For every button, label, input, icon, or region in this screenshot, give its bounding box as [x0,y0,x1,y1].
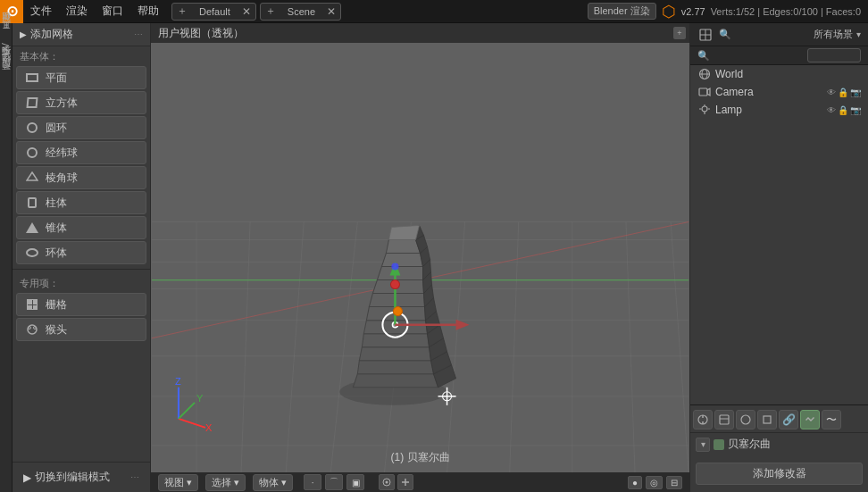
svg-marker-35 [381,253,422,266]
modifier-dropdown[interactable]: ▾ [696,438,710,452]
select-edge-btn[interactable]: ⌒ [325,474,343,490]
svg-text:Y: Y [196,393,204,404]
prop-data-icon[interactable]: 〜 [822,410,841,429]
menu-window[interactable]: 窗口 [95,0,130,22]
btn-monkey[interactable]: 猴头 [16,318,146,341]
edit-mode-arrow: ▶ [23,471,31,484]
lamp-lock[interactable]: 🔒 [838,105,848,115]
pivot-btn[interactable] [379,474,395,490]
outliner-lamp[interactable]: Lamp 👁 🔒 📷 [690,101,868,119]
svg-marker-50 [388,225,419,239]
svg-marker-29 [362,334,429,347]
menu-render[interactable]: 渲染 [59,0,95,22]
prop-world-icon[interactable] [736,410,755,429]
renderer-label[interactable]: Blender 渲染 [588,3,656,20]
svg-marker-36 [386,239,420,253]
object-color [714,439,724,450]
svg-marker-32 [369,294,424,307]
select-vertex-btn[interactable]: · [304,474,321,490]
tab-group-default: ＋ Default ✕ [171,3,256,21]
menu-file[interactable]: 文件 [23,0,59,22]
right-panel-top: 🔍 所有场景 ▾ [690,23,868,46]
btn-icosphere[interactable]: 棱角球 [16,166,146,189]
tab-default[interactable]: Default [192,4,238,19]
btn-grid[interactable]: 栅格 [16,293,146,316]
torus-icon [24,245,40,261]
vtab-anim[interactable]: 动画 [0,73,14,80]
btn-cylinder[interactable]: 柱体 [16,191,146,214]
version-info: v2.77 [681,6,705,17]
panel-view-icon[interactable] [697,27,714,43]
tab-group-scene: ＋ Scene ✕ [260,3,341,21]
btn-circle[interactable]: 圆环 [16,116,146,139]
camera-lock[interactable]: 🔒 [838,88,848,97]
prop-scene-icon[interactable] [714,410,734,429]
viewport[interactable]: 用户视图（透视） + [151,23,689,492]
tab-close-scene[interactable]: ✕ [322,4,340,20]
viewport-wire[interactable]: ⊟ [666,476,682,489]
prop-render-icon[interactable] [693,410,713,429]
viewport-shading[interactable]: ● [628,476,642,489]
manipulator-btn[interactable] [397,474,413,490]
add-modifier-btn[interactable]: 添加修改器 [696,463,863,485]
viewport-corner[interactable]: + [673,27,686,39]
btn-uvsphere[interactable]: 经纬球 [16,141,146,164]
prop-object-icon[interactable] [757,410,777,429]
svg-point-91 [741,415,750,424]
sidebar-header: ▶ 添加网格 ⋯ [13,23,150,46]
sidebar-title: 添加网格 [30,27,73,42]
vtab-create[interactable]: 创建 [0,25,14,32]
svg-point-3 [34,327,37,329]
object-menu[interactable]: 物体 ▾ [253,474,293,491]
prop-constraints-icon[interactable]: 🔗 [779,410,798,429]
panel-search-icon[interactable]: 🔍 [717,27,733,43]
svg-point-81 [702,106,707,112]
menu-help[interactable]: 帮助 [130,0,166,22]
outliner-world[interactable]: World [690,65,868,83]
svg-point-57 [391,263,398,271]
vtab-uv[interactable]: UV [0,39,13,59]
tab-close-default[interactable]: ✕ [238,4,255,20]
scene-dropdown[interactable]: ▾ [856,29,861,39]
tab-add-scene[interactable]: ＋ [261,2,280,21]
cone-icon [24,220,40,236]
viewport-canvas[interactable]: Z X Y (1) 贝塞尔曲 [151,43,689,472]
svg-marker-28 [359,347,430,361]
viewport-header: 用户视图（透视） [151,23,689,43]
modifier-header: ▾ 贝塞尔曲 [690,433,868,455]
btn-plane[interactable]: 平面 [16,66,146,89]
blender-logo: ⬡ [662,2,676,21]
select-menu[interactable]: 选择 ▾ [205,474,246,491]
prop-modifier-icon[interactable] [800,410,820,429]
select-face-btn[interactable]: ▣ [346,474,364,490]
vtab-misc[interactable]: 杂项 [0,59,14,66]
scene-outliner: World Camera 👁 🔒 📷 Lamp 👁 [690,65,868,403]
cylinder-icon [24,195,40,211]
outliner-camera[interactable]: Camera 👁 🔒 📷 [690,83,868,101]
world-icon [697,67,712,81]
viewport-overlay[interactable]: ◎ [646,476,663,489]
btn-cube[interactable]: 立方体 [16,91,146,114]
lamp-render[interactable]: 📷 [850,105,861,115]
vtab-tool[interactable]: 工具 [0,32,14,39]
svg-rect-79 [699,88,707,96]
view-menu[interactable]: 视图 ▾ [158,474,198,491]
btn-torus[interactable]: 环体 [16,241,146,264]
icosphere-icon [24,170,40,186]
edit-mode-btn[interactable]: ▶ 切换到编辑模式 ⋯ [16,466,146,488]
tab-add-default[interactable]: ＋ [172,2,192,21]
svg-rect-92 [764,416,771,423]
outliner-search[interactable] [807,48,861,63]
vtab-phys[interactable]: 物理 [0,66,14,73]
btn-cone[interactable]: 锥体 [16,216,146,239]
tab-scene[interactable]: Scene [280,4,322,19]
properties-icons: 🔗 〜 [693,410,841,429]
sidebar-arrow: ▶ [20,29,27,39]
viewport-svg: Z X Y [151,43,689,472]
camera-eye[interactable]: 👁 [827,88,836,97]
lamp-eye[interactable]: 👁 [827,105,836,115]
main-layout: 创建 工具 UV 杂项 物理 动画 ▶ 添加网格 ⋯ 基本体： 平面 立方体 [0,23,868,492]
camera-render[interactable]: 📷 [850,88,861,97]
basic-label: 基本体： [13,46,150,65]
svg-point-58 [393,307,402,316]
